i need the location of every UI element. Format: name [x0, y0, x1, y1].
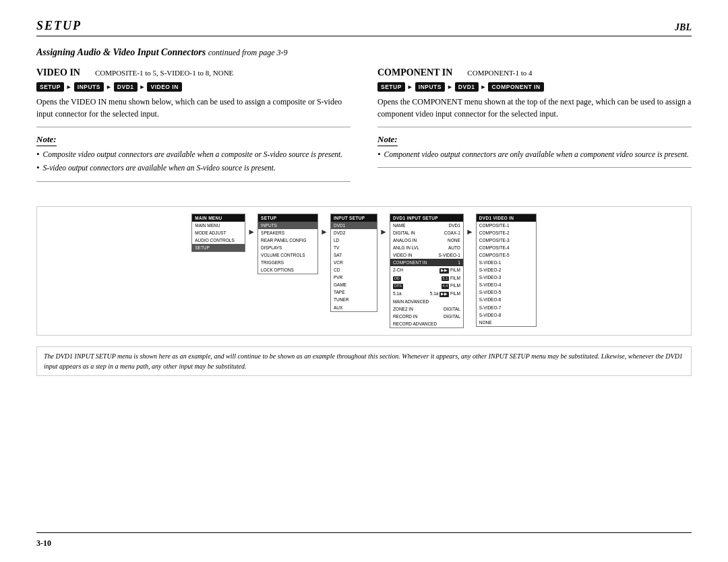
component-note-item-1: • Component video output connectors are …	[377, 149, 692, 160]
note-item-1: • Composite video output connectors are …	[36, 149, 351, 160]
input-dvd1: DVD1	[331, 222, 377, 229]
page-number: 3-10	[36, 532, 692, 549]
dvd1-zone2-row: ZONE2 INDIGITAL	[390, 305, 463, 313]
dvd1-anlg-row: ANLG IN LVLAUTO	[390, 244, 463, 251]
breadcrumb-setup-2: SETUP	[377, 82, 405, 92]
breadcrumb-setup: SETUP	[36, 82, 64, 92]
arrow-icon: ►	[481, 84, 487, 90]
dvd1-dd-row: DD5.1 FILM	[390, 274, 463, 282]
setup-box: SETUP INPUTS SPEAKERS REAR PANEL CONFIG …	[257, 214, 318, 275]
vi-none: NONE	[477, 319, 536, 326]
input-pvr: PVR	[331, 274, 377, 281]
setup-item-rear: REAR PANEL CONFIG	[258, 237, 317, 244]
input-setup-header: INPUT SETUP	[331, 214, 377, 222]
vi-svideo3: S-VIDEO-3	[477, 274, 536, 281]
main-menu-box: MAIN MENU MAIN MENU MODE ADJUST AUDIO CO…	[191, 214, 245, 252]
setup-item-lock: LOCK OPTIONS	[258, 266, 317, 274]
dvd1-2ch-row: 2-CH▶▶ FILM	[390, 266, 463, 274]
vi-svideo7: S-VIDEO-7	[477, 304, 536, 311]
dvd1-record-advanced-row: RECORD ADVANCED	[390, 320, 463, 327]
menu-item-mode-adjust: MODE ADJUST	[192, 229, 245, 237]
input-aux: AUX	[331, 304, 377, 311]
dvd1-component-row: COMPONENT IN1	[390, 259, 463, 266]
arrow-icon: ►	[464, 227, 476, 237]
menu-item-setup: SETUP	[192, 244, 245, 251]
breadcrumb-dvd1: DVD1	[114, 82, 138, 92]
menu-item-audio-controls: AUDIO CONTROLS	[192, 237, 245, 244]
arrow-icon: ►	[377, 227, 390, 237]
vi-composite2: COMPOSITE-2	[477, 229, 536, 237]
input-tv: TV	[331, 244, 377, 251]
page: SETUP JBL Assigning Audio & Video Input …	[0, 0, 728, 562]
input-tape: TAPE	[331, 288, 377, 296]
input-cd: CD	[331, 266, 377, 274]
arrow-icon: ►	[318, 227, 330, 237]
two-column-layout: VIDEO IN COMPOSITE-1 to 5, S-VIDEO-1 to …	[36, 67, 692, 189]
vi-svideo4: S-VIDEO-4	[477, 281, 536, 288]
dvd1-record-row: RECORD INDIGITAL	[390, 313, 463, 320]
vi-composite5: COMPOSITE-5	[477, 251, 536, 259]
setup-item-volume: VOLUME CONTROLS	[258, 251, 317, 259]
component-in-note: Note: • Component video output connector…	[377, 134, 692, 160]
dvd1-digital-row: DIGITAL INCOAX-1	[390, 229, 463, 237]
component-in-description: Opens the COMPONENT menu shown at the to…	[377, 96, 692, 120]
input-sat: SAT	[331, 251, 377, 259]
vi-composite3: COMPOSITE-3	[477, 237, 536, 244]
setup-item-displays: DISPLAYS	[258, 244, 317, 251]
arrow-icon: ►	[106, 84, 112, 90]
vi-composite1: COMPOSITE-1	[477, 222, 536, 229]
note-label: Note:	[36, 134, 57, 146]
dvd1-5a-row: 5.1a5.1a ▶▶ FILM	[390, 290, 463, 298]
video-in-description: Opens the VIDEO IN menu shown below, whi…	[36, 96, 351, 120]
video-in-note: Note: • Composite video output connector…	[36, 134, 351, 175]
vi-svideo6: S-VIDEO-6	[477, 296, 536, 303]
dvd1-analog-row: ANALOG INNONE	[390, 237, 463, 244]
vi-svideo1: S-VIDEO-1	[477, 259, 536, 266]
dvd1-video-row: VIDEO INS-VIDEO-1	[390, 251, 463, 259]
menu-diagram: MAIN MENU MAIN MENU MODE ADJUST AUDIO CO…	[36, 206, 692, 336]
page-title: SETUP	[36, 19, 82, 33]
note-item-2: • S-video output connectors are availabl…	[36, 162, 351, 174]
component-in-breadcrumb: SETUP ► INPUTS ► DVD1 ► COMPONENT IN	[377, 82, 692, 92]
input-ld: LD	[331, 237, 377, 244]
vi-svideo8: S-VIDEO-8	[477, 311, 536, 319]
vi-svideo2: S-VIDEO-2	[477, 266, 536, 274]
setup-item-triggers: TRIGGERS	[258, 259, 317, 266]
section-title: Assigning Audio & Video Input Connectors…	[36, 47, 692, 58]
video-in-range: COMPOSITE-1 to 5, S-VIDEO-1 to 8, NONE	[95, 69, 233, 77]
dvd1-input-setup-box: DVD1 INPUT SETUP NAMEDVD1 DIGITAL INCOAX…	[390, 214, 464, 329]
video-in-breadcrumb: SETUP ► INPUTS ► DVD1 ► VIDEO IN	[36, 82, 351, 92]
brand-label: JBL	[675, 22, 692, 33]
input-game: GAME	[331, 281, 377, 288]
video-in-section: VIDEO IN COMPOSITE-1 to 5, S-VIDEO-1 to …	[36, 67, 351, 189]
breadcrumb-dvd1-2: DVD1	[455, 82, 479, 92]
menu-item-main-menu: MAIN MENU	[192, 222, 245, 229]
vi-composite4: COMPOSITE-4	[477, 244, 536, 251]
arrow-icon: ►	[140, 84, 146, 90]
input-vcr: VCR	[331, 259, 377, 266]
dvd1-header: DVD1 INPUT SETUP	[390, 214, 463, 222]
arrow-icon: ►	[407, 84, 413, 90]
setup-item-inputs: INPUTS	[258, 222, 317, 229]
input-tuner: TUNER	[331, 296, 377, 303]
note-text-1: Composite video output connectors are av…	[43, 149, 343, 160]
video-in-title: VIDEO IN	[36, 67, 80, 78]
component-in-range: COMPONENT-1 to 4	[467, 69, 532, 77]
arrow-icon: ►	[447, 84, 453, 90]
page-header: SETUP JBL	[36, 19, 692, 36]
dvd1-dts-row: DTS4.4 FILM	[390, 282, 463, 290]
component-in-section: COMPONENT IN COMPONENT-1 to 4 SETUP ► IN…	[377, 67, 692, 189]
breadcrumb-inputs: INPUTS	[74, 82, 104, 92]
main-menu-header: MAIN MENU	[192, 214, 245, 222]
breadcrumb-component-in: COMPONENT IN	[488, 82, 543, 92]
component-note-text-1: Component video output connectors are on…	[384, 149, 689, 160]
component-note-label: Note:	[377, 134, 398, 146]
dvd1-main-advanced-row: MAIN ADVANCED	[390, 298, 463, 305]
arrow-icon: ►	[245, 227, 257, 237]
bottom-note: The DVD1 INPUT SETUP menu is shown here …	[36, 346, 692, 376]
setup-item-speakers: SPEAKERS	[258, 229, 317, 237]
setup-header: SETUP	[258, 214, 317, 222]
vi-svideo5: S-VIDEO-5	[477, 288, 536, 296]
arrow-icon: ►	[66, 84, 72, 90]
dvd1-name-row: NAMEDVD1	[390, 222, 463, 229]
